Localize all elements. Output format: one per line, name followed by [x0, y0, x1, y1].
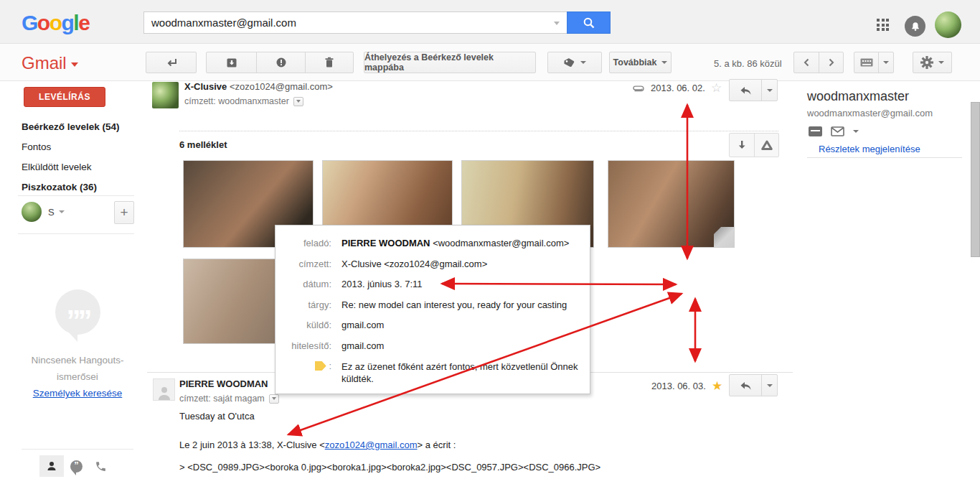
- search-input[interactable]: [143, 11, 567, 34]
- sender-line: X-Clusive <zozo1024@gmail.com>: [184, 81, 333, 92]
- importance-marker-icon: [315, 361, 326, 371]
- attachment-thumbnail-4[interactable]: [608, 161, 734, 247]
- chevron-down-icon: [296, 100, 301, 103]
- find-people-link[interactable]: Személyek keresése: [33, 388, 123, 399]
- star-button[interactable]: ☆: [711, 80, 722, 96]
- save-to-drive-button[interactable]: [754, 134, 778, 157]
- keyboard-dropdown[interactable]: [878, 52, 893, 73]
- message2-meta: 2013. 06. 03. ★: [651, 378, 722, 394]
- profile-email: woodmanxmaster@gmail.com: [807, 108, 933, 118]
- attachments-actions: [729, 133, 779, 157]
- reply2-button-group: [729, 374, 778, 396]
- reply-button[interactable]: [730, 80, 761, 101]
- sender2-avatar[interactable]: [153, 378, 175, 401]
- gmail-app: Google Gmail: [0, 0, 980, 479]
- hangouts-tab[interactable]: ”: [64, 455, 88, 477]
- settings-gear-icon: [920, 56, 933, 69]
- pagination-group: [793, 52, 844, 73]
- download-icon: [736, 139, 748, 151]
- toolbar-bar: Gmail Áthelyezés a Beérkező levelek mapp…: [0, 44, 980, 81]
- keyboard-caret-icon: [883, 61, 889, 64]
- keyboard-icon: [860, 58, 873, 67]
- settings-caret-icon: [938, 61, 944, 64]
- search-bar: [143, 11, 611, 34]
- label-icon: [563, 57, 575, 68]
- sidebar-divider-2: [18, 233, 134, 234]
- hangouts-empty-state: Nincsenek Hangouts- ismerősei Személyek …: [0, 352, 155, 401]
- profile-more-caret-icon[interactable]: [853, 130, 859, 133]
- reply-options-dropdown[interactable]: [761, 80, 777, 101]
- search-icon: [583, 17, 595, 29]
- labels-button[interactable]: [547, 52, 602, 73]
- reply2-button[interactable]: [730, 375, 761, 396]
- account-avatar[interactable]: [935, 11, 961, 38]
- show-details-link[interactable]: Részletek megjelenítése: [819, 144, 920, 154]
- sidebar-divider: [18, 195, 134, 196]
- more-button[interactable]: Továbbiak: [609, 52, 672, 73]
- reply-caret-icon: [767, 89, 773, 92]
- search-button[interactable]: [567, 11, 611, 34]
- sender-avatar[interactable]: [152, 82, 179, 108]
- keyboard-button[interactable]: [854, 52, 878, 73]
- panel-divider: [807, 157, 962, 158]
- quoted-email-link[interactable]: zozo1024@gmail.com: [325, 440, 418, 450]
- archive-button[interactable]: [207, 52, 256, 73]
- sender2-name: PIERRE WOODMAN: [179, 378, 268, 389]
- labels-caret-icon: [580, 61, 586, 64]
- phone-tab[interactable]: [88, 455, 113, 477]
- star2-button[interactable]: ★: [712, 378, 722, 394]
- settings-button[interactable]: [913, 52, 952, 73]
- back-to-inbox-button[interactable]: [146, 52, 197, 73]
- add-contact-button[interactable]: +: [114, 201, 134, 224]
- more-caret-icon: [661, 61, 667, 64]
- sidebar-item-inbox[interactable]: Beérkező levelek (54): [22, 117, 136, 137]
- contacts-tab[interactable]: [39, 455, 64, 477]
- chevron-left-icon: [802, 57, 811, 68]
- show-details-dropdown[interactable]: [293, 97, 303, 106]
- older-button[interactable]: [819, 52, 843, 73]
- message2-date: 2013. 06. 03.: [651, 381, 706, 391]
- apps-grid-icon[interactable]: [877, 19, 890, 32]
- sidebar-item-sent[interactable]: Elküldött levelek: [22, 157, 136, 177]
- reply-icon: [738, 379, 753, 392]
- notifications-bell-icon: [910, 22, 920, 32]
- search-options-caret-icon[interactable]: [554, 22, 560, 25]
- sidebar-footer-divider: [22, 449, 133, 450]
- report-spam-icon: [275, 57, 287, 68]
- scrollbar-thumb[interactable]: [971, 102, 980, 257]
- gmail-menu[interactable]: Gmail: [22, 53, 78, 73]
- message2-body-line1: Tuesday at O'utca: [179, 411, 255, 422]
- compose-button[interactable]: LEVÉLÍRÁS: [24, 87, 105, 107]
- envelope-icon[interactable]: [831, 126, 844, 136]
- input-tools-group: [854, 52, 894, 73]
- chat-card-icon[interactable]: [809, 126, 822, 136]
- recipient2-line: címzett: saját magam: [179, 394, 279, 404]
- back-to-inbox-icon: [164, 56, 179, 69]
- google-logo[interactable]: Google: [22, 11, 89, 35]
- attachments-count: 6 melléklet: [179, 139, 227, 150]
- sidebar-footer-icons: ”: [39, 455, 113, 477]
- report-spam-button[interactable]: [256, 52, 305, 73]
- show-details2-dropdown[interactable]: [269, 394, 279, 404]
- delete-button[interactable]: [305, 52, 353, 73]
- reply2-options-dropdown[interactable]: [761, 375, 777, 396]
- message-count: 5. a kb. 86 közül: [714, 58, 782, 69]
- download-all-button[interactable]: [730, 134, 754, 157]
- archive-icon: [226, 57, 237, 68]
- hangouts-icon: ””: [55, 289, 100, 335]
- message-date: 2013. 06. 02.: [651, 83, 705, 93]
- notifications-button[interactable]: [905, 16, 925, 37]
- folder-nav: Beérkező levelek (54) Fontos Elküldött l…: [22, 117, 136, 197]
- chevron-right-icon: [827, 57, 836, 68]
- sidebar-item-important[interactable]: Fontos: [22, 137, 136, 157]
- message2-quote-header: Le 2 juin 2013 à 13:38, X-Clusive <zozo1…: [179, 440, 456, 450]
- newer-button[interactable]: [794, 52, 819, 73]
- sidebar-item-drafts[interactable]: Piszkozatok (36): [22, 177, 136, 197]
- gmail-caret-icon: [71, 62, 78, 67]
- message2-quoted-files: > <DSC_0989.JPG><boroka 0.jpg><boroka1.j…: [179, 462, 600, 473]
- reply-icon: [738, 84, 753, 97]
- chat-profile-row[interactable]: S: [22, 202, 65, 222]
- message-details-tooltip: feladó:PIERRE WOODMAN <woodmanxmaster@gm…: [275, 225, 590, 394]
- move-to-inbox-button[interactable]: Áthelyezés a Beérkező levelek mappába: [364, 52, 536, 73]
- message-meta: 2013. 06. 02. ☆: [631, 80, 722, 96]
